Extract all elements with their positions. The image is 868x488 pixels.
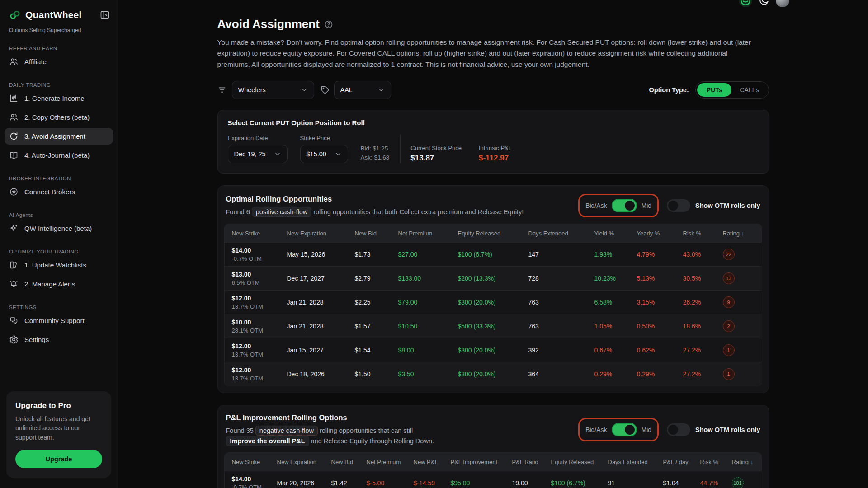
- show-otm-toggle[interactable]: [667, 199, 690, 212]
- show-otm-toggle[interactable]: [667, 423, 690, 436]
- page-description: You made a mistake? Don't worry. Find op…: [217, 37, 758, 70]
- pnl-per-day: $1.04: [663, 479, 700, 487]
- logo-row: QuantWheel: [0, 0, 118, 23]
- table-row[interactable]: $13.006.5% OTM Dec 17, 2027 $2.79 $133.0…: [225, 266, 762, 290]
- otm-percent: 13.7% OTM: [232, 351, 287, 358]
- days-extended: 91: [608, 479, 663, 487]
- new-bid: $1.57: [355, 323, 398, 330]
- chevron-down-icon: [335, 150, 342, 158]
- table-row[interactable]: $12.0013.7% OTM Jan 15, 2027 $1.54 $8.00…: [225, 338, 762, 362]
- bidask-toggle-label: Bid/Ask: [585, 426, 607, 433]
- sidebar-item-qw-intelligence[interactable]: QW Intelligence (beta): [5, 220, 113, 237]
- help-icon[interactable]: [324, 20, 333, 29]
- bidask-mid-toggle[interactable]: [612, 423, 637, 436]
- col-equity-released: Equity Released: [458, 230, 528, 237]
- nav-section-label: AI Agents: [0, 212, 118, 218]
- expiration-select[interactable]: Dec 19, 25: [228, 145, 288, 163]
- nav-section-label: OPTIMIZE YOUR TRADING: [0, 249, 118, 254]
- table-row[interactable]: $10.0028.1% OTM Jan 21, 2028 $1.57 $10.5…: [225, 314, 762, 338]
- sidebar-item-avoid-assignment[interactable]: 3. Avoid Assignment: [5, 128, 113, 145]
- sidebar-item-label: Settings: [24, 336, 49, 343]
- stock-price-label: Current Stock Price: [410, 145, 462, 151]
- tag-icon: [321, 85, 330, 94]
- col-yearly: Yearly %: [637, 230, 683, 237]
- found-suffix: rolling opportunities that both Collect …: [313, 208, 524, 216]
- found-count: Found 6: [226, 208, 250, 216]
- net-premium: $27.00: [398, 251, 458, 258]
- days-extended: 728: [528, 275, 594, 282]
- col-rating[interactable]: Rating ↓: [732, 459, 755, 465]
- table-row[interactable]: $12.0013.7% OTM Jan 21, 2028 $2.25 $79.0…: [225, 290, 762, 314]
- equity-released: $300 (20.0%): [458, 299, 528, 306]
- strategy-select-value: Wheelers: [238, 86, 266, 94]
- sidebar-nav: REFER AND EARN Affiliate DAILY TRADING 1…: [0, 33, 118, 386]
- theme-moon-icon[interactable]: [757, 0, 771, 7]
- col-rating[interactable]: Rating ↓: [723, 230, 755, 237]
- sidebar-item-affiliate[interactable]: Affiliate: [5, 53, 113, 70]
- col-pnl-per-day: P&L / day: [663, 459, 700, 465]
- gear-icon: [9, 335, 19, 344]
- symbol-select[interactable]: AAL: [334, 81, 391, 99]
- sidebar-item-connect-brokers[interactable]: Connect Brokers: [5, 183, 113, 200]
- yield-percent: 1.05%: [594, 323, 637, 330]
- quantwheel-logo-icon: [9, 9, 21, 21]
- new-expiration: Jan 21, 2028: [287, 299, 355, 306]
- expiration-field: Expiration Date Dec 19, 25: [228, 135, 288, 163]
- new-strike: $14.00: [232, 475, 277, 483]
- intrinsic-pnl-value: $-112.97: [479, 154, 512, 163]
- nav-section-label: DAILY TRADING: [0, 82, 118, 88]
- col-equity-released: Equity Released: [551, 459, 608, 465]
- bidask-toggle-label: Bid/Ask: [585, 202, 607, 209]
- avatar[interactable]: [776, 0, 789, 7]
- sidebar-item-generate-income[interactable]: 1. Generate Income: [5, 90, 113, 107]
- new-strike: $12.00: [232, 295, 287, 302]
- new-strike: $12.00: [232, 366, 287, 374]
- table-row[interactable]: $14.00-0.7% OTM Mar 20, 2026 $1.42 $-5.0…: [225, 471, 762, 488]
- sidebar-item-community-support[interactable]: Community Support: [5, 312, 113, 329]
- new-bid: $1.73: [355, 251, 398, 258]
- sidebar: QuantWheel Options Selling Supercharged …: [0, 0, 118, 488]
- users-icon: [9, 57, 19, 66]
- strike-select[interactable]: $15.00: [300, 145, 348, 163]
- sidebar-item-settings[interactable]: Settings: [5, 331, 113, 348]
- sidebar-collapse-icon[interactable]: [99, 9, 110, 20]
- strike-select-value: $15.00: [307, 150, 326, 158]
- equity-released: $100 (6.7%): [551, 479, 608, 487]
- col-days-extended: Days Extended: [528, 230, 594, 237]
- bidask-mid-toggle[interactable]: [612, 199, 637, 212]
- sidebar-item-manage-alerts[interactable]: 2. Manage Alerts: [5, 276, 113, 292]
- net-premium: $3.50: [398, 371, 458, 378]
- refresh-icon: [9, 131, 19, 141]
- pnl-improvement: $95.00: [451, 479, 512, 487]
- table-row[interactable]: $14.00-0.7% OTM May 15, 2026 $1.73 $27.0…: [225, 242, 762, 266]
- app-name: QuantWheel: [25, 9, 95, 20]
- new-pnl: $-14.59: [414, 479, 451, 487]
- calls-tab[interactable]: CALLs: [731, 83, 767, 97]
- expiration-label: Expiration Date: [228, 135, 288, 141]
- sidebar-item-label: 1. Update Watchlists: [24, 261, 86, 269]
- col-new-strike: New Strike: [232, 230, 287, 237]
- sidebar-item-update-watchlists[interactable]: 1. Update Watchlists: [5, 257, 113, 273]
- equity-released: $300 (20.0%): [458, 347, 528, 354]
- risk-percent: 27.2%: [683, 347, 723, 354]
- strategy-select[interactable]: Wheelers: [232, 81, 314, 99]
- rating-badge: 1: [723, 368, 735, 380]
- main-area: Avoid Assignment You made a mistake? Don…: [118, 0, 868, 488]
- candles-chart-icon: [9, 94, 19, 103]
- new-strike: $10.00: [232, 319, 287, 326]
- net-premium: $79.00: [398, 299, 458, 306]
- sidebar-item-auto-journal[interactable]: 4. Auto-Journal (beta): [5, 147, 113, 164]
- risk-percent: 26.2%: [683, 299, 723, 306]
- sidebar-item-copy-others[interactable]: 2. Copy Others (beta): [5, 109, 113, 126]
- new-bid: $1.42: [331, 479, 367, 487]
- puts-tab[interactable]: PUTs: [697, 83, 732, 97]
- table-row[interactable]: $12.0013.7% OTM Dec 18, 2026 $1.50 $3.50…: [225, 362, 762, 386]
- support-chat-icon[interactable]: [739, 0, 752, 7]
- chevron-down-icon: [301, 86, 308, 94]
- optimal-section-title: Optimal Rolling Opportunities: [226, 195, 579, 203]
- bidask-mid-annotation-ring: Bid/Ask Mid: [578, 418, 659, 441]
- chevron-down-icon: [274, 150, 281, 158]
- yield-percent: 1.93%: [594, 251, 637, 258]
- sidebar-item-label: Connect Brokers: [24, 188, 75, 196]
- upgrade-button[interactable]: Upgrade: [15, 450, 102, 468]
